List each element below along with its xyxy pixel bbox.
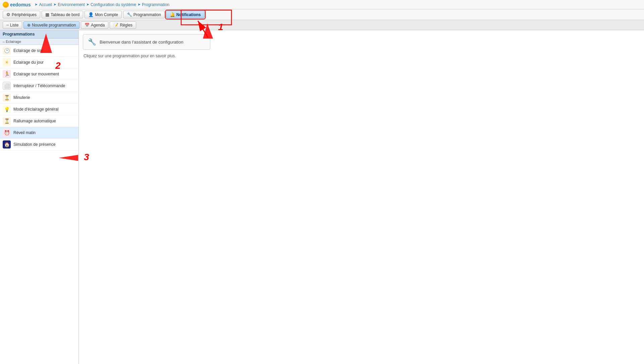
welcome-title: Bienvenue dans l'assistant de configurat… bbox=[100, 40, 183, 45]
breadcrumb-item-3[interactable]: Programmation bbox=[142, 2, 169, 7]
prog-icon: 🔧 bbox=[127, 12, 132, 17]
sidebar-item-interrupteur[interactable]: ⬜ Interrupteur / Télécommande bbox=[0, 80, 78, 92]
sub-nav-agenda-label: Agenda bbox=[91, 23, 105, 27]
sub-nav-regles-label: Règles bbox=[120, 23, 132, 27]
presence-icon: 🏠 bbox=[3, 140, 11, 148]
compte-icon: 👤 bbox=[88, 12, 94, 17]
main-content: Programmations – Eclairage 🕐 Eclairage d… bbox=[0, 30, 644, 364]
nav-notif-label: Notifications bbox=[176, 12, 201, 17]
nouvelle-prog-icon: ⊕ bbox=[27, 23, 31, 27]
logo-text: eedomus bbox=[10, 2, 31, 7]
sidebar-item-eclairage-jour[interactable]: ☀ Eclairage du jour bbox=[0, 57, 78, 68]
sidebar-item-label-7: Réveil matin bbox=[13, 130, 36, 135]
sidebar-item-eclairage-soir[interactable]: 🕐 Eclairage de soir bbox=[0, 45, 78, 57]
sidebar-item-label-0: Eclairage de soir bbox=[13, 48, 43, 53]
nav-peripheriques[interactable]: ⚙ Périphériques bbox=[3, 11, 40, 18]
sub-nav-agenda[interactable]: 📅 Agenda bbox=[81, 21, 108, 29]
wrench-icon: 🔧 bbox=[88, 38, 96, 46]
breadcrumb-arrow-0: ➤ bbox=[35, 2, 38, 7]
nav-tableau-label: Tableau de bord bbox=[51, 12, 79, 17]
sidebar-category: – Eclairage bbox=[0, 39, 78, 45]
tableau-icon: ▦ bbox=[45, 12, 49, 17]
timer-icon: ⏳ bbox=[3, 94, 11, 102]
nav-tableau-de-bord[interactable]: ▦ Tableau de bord bbox=[42, 11, 83, 18]
welcome-subtitle: Cliquez sur une programmation pour en sa… bbox=[84, 54, 640, 58]
sidebar-item-mode-eclairage[interactable]: 💡 Mode d'éclairage général bbox=[0, 104, 78, 115]
top-bar: eedomus ➤ Accueil ➤ Environnement ➤ Conf… bbox=[0, 0, 644, 9]
logo-icon bbox=[3, 2, 9, 8]
sidebar-list: 🕐 Eclairage de soir ☀ Eclairage du jour … bbox=[0, 45, 78, 364]
main-panel: 🔧 Bienvenue dans l'assistant de configur… bbox=[79, 30, 644, 364]
sub-nav-nouvelle-label: Nouvelle programmation bbox=[32, 23, 76, 27]
nav-compte-label: Mon Compte bbox=[95, 12, 118, 17]
nav-notifications[interactable]: 🔔 Notifications bbox=[166, 11, 205, 18]
sidebar: Programmations – Eclairage 🕐 Eclairage d… bbox=[0, 30, 79, 364]
alarm-icon: ⏰ bbox=[3, 129, 11, 137]
sidebar-item-reveil-matin[interactable]: ⏰ Réveil matin bbox=[0, 127, 78, 139]
notif-icon: 🔔 bbox=[170, 12, 175, 17]
sidebar-item-label-5: Mode d'éclairage général bbox=[13, 107, 58, 112]
sub-nav-liste[interactable]: ╌ Liste bbox=[3, 21, 22, 29]
switch-icon: ⬜ bbox=[3, 82, 11, 90]
sidebar-item-label-2: Eclairage sur mouvement bbox=[13, 72, 59, 76]
breadcrumb-item-2[interactable]: Configuration du système bbox=[91, 2, 136, 7]
nav-programmation[interactable]: 🔧 Programmation bbox=[123, 11, 165, 18]
liste-icon: ╌ bbox=[6, 23, 9, 27]
clock-icon: 🕐 bbox=[3, 47, 11, 55]
breadcrumb-arrow-1: ➤ bbox=[53, 2, 56, 7]
sidebar-item-label-8: Simulation de présence bbox=[13, 142, 55, 147]
sidebar-item-label-1: Eclairage du jour bbox=[13, 60, 44, 65]
welcome-box: 🔧 Bienvenue dans l'assistant de configur… bbox=[83, 34, 210, 50]
sun-icon: ☀ bbox=[3, 58, 11, 66]
nav-bar: ⚙ Périphériques ▦ Tableau de bord 👤 Mon … bbox=[0, 9, 644, 20]
sidebar-item-rallumage[interactable]: ⏳ Rallumage automatique bbox=[0, 115, 78, 127]
nav-peripheriques-label: Périphériques bbox=[12, 12, 37, 17]
breadcrumb-arrow-3: ➤ bbox=[138, 2, 141, 7]
sidebar-item-label-3: Interrupteur / Télécommande bbox=[13, 83, 65, 88]
sub-nav-nouvelle-programmation[interactable]: ⊕ Nouvelle programmation bbox=[23, 21, 79, 29]
sidebar-item-eclairage-mouvement[interactable]: 🏃 Eclairage sur mouvement bbox=[0, 68, 78, 80]
sidebar-header: Programmations bbox=[0, 30, 78, 39]
breadcrumb-item-1[interactable]: Environnement bbox=[58, 2, 85, 7]
sub-nav-liste-label: Liste bbox=[10, 23, 18, 27]
sidebar-item-label-6: Rallumage automatique bbox=[13, 119, 56, 123]
auto-icon: ⏳ bbox=[3, 117, 11, 125]
motion-icon: 🏃 bbox=[3, 70, 11, 78]
peripheriques-icon: ⚙ bbox=[6, 12, 10, 17]
sidebar-item-simulation-presence[interactable]: 🏠 Simulation de présence bbox=[0, 139, 78, 150]
sub-nav-regles[interactable]: 📝 Règles bbox=[110, 21, 136, 29]
agenda-icon: 📅 bbox=[85, 23, 90, 27]
breadcrumb-item-0[interactable]: Accueil bbox=[39, 2, 52, 7]
regles-icon: 📝 bbox=[113, 23, 118, 27]
nav-mon-compte[interactable]: 👤 Mon Compte bbox=[85, 11, 122, 18]
sidebar-item-label-4: Minuterie bbox=[13, 95, 30, 100]
bulb-icon: 💡 bbox=[3, 105, 11, 113]
app-logo: eedomus bbox=[3, 2, 31, 8]
sub-nav-bar: ╌ Liste ⊕ Nouvelle programmation 📅 Agend… bbox=[0, 20, 644, 30]
nav-prog-label: Programmation bbox=[133, 12, 161, 17]
breadcrumb: ➤ Accueil ➤ Environnement ➤ Configuratio… bbox=[35, 2, 169, 7]
breadcrumb-arrow-2: ➤ bbox=[86, 2, 89, 7]
sidebar-item-minuterie[interactable]: ⏳ Minuterie bbox=[0, 92, 78, 104]
